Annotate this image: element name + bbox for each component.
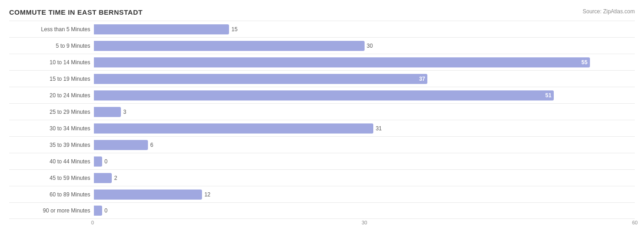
bar-track: 3 [94, 104, 635, 120]
bars-area: Less than 5 Minutes155 to 9 Minutes3010 … [9, 21, 635, 219]
bar-fill [94, 190, 202, 200]
bar-track: 37 [94, 71, 635, 87]
bar-label: Less than 5 Minutes [9, 26, 94, 33]
bar-value: 3 [123, 109, 126, 115]
bar-value: 12 [204, 191, 210, 198]
bar-value-inside: 37 [419, 76, 425, 82]
bar-fill [94, 24, 229, 34]
bar-track: 12 [94, 186, 635, 202]
bar-fill: 55 [94, 57, 590, 67]
bar-label: 35 to 39 Minutes [9, 142, 94, 148]
bar-label: 45 to 59 Minutes [9, 175, 94, 181]
x-axis-label: 0 [91, 220, 94, 225]
bar-value-inside: 55 [581, 59, 587, 66]
bar-fill: 51 [94, 90, 554, 100]
bar-row: 30 to 34 Minutes31 [9, 120, 635, 136]
chart-container: COMMUTE TIME IN EAST BERNSTADT Source: Z… [0, 0, 644, 240]
bar-track: 0 [94, 203, 635, 218]
bar-value: 0 [104, 207, 108, 214]
bar-track: 31 [94, 120, 635, 136]
bar-row: 25 to 29 Minutes3 [9, 103, 635, 120]
bar-track: 30 [94, 38, 635, 54]
bar-row: 5 to 9 Minutes30 [9, 37, 635, 54]
chart-source: Source: ZipAtlas.com [583, 8, 635, 15]
bar-fill [94, 41, 365, 51]
bar-label: 60 to 89 Minutes [9, 191, 94, 198]
chart-title: COMMUTE TIME IN EAST BERNSTADT [9, 8, 142, 16]
bar-row: 20 to 24 Minutes51 [9, 87, 635, 103]
bar-fill [94, 156, 102, 167]
bar-row: 10 to 14 Minutes55 [9, 54, 635, 70]
bar-label: 20 to 24 Minutes [9, 92, 94, 99]
bar-row: 90 or more Minutes0 [9, 202, 635, 219]
bar-value: 15 [231, 26, 237, 33]
bar-fill [94, 140, 148, 150]
bar-label: 90 or more Minutes [9, 207, 94, 214]
bar-row: 45 to 59 Minutes2 [9, 169, 635, 186]
bar-row: 35 to 39 Minutes6 [9, 136, 635, 153]
x-axis-label: 30 [362, 220, 367, 225]
bar-track: 0 [94, 153, 635, 169]
bar-track: 55 [94, 54, 635, 70]
bar-row: 60 to 89 Minutes12 [9, 186, 635, 202]
bar-fill: 37 [94, 74, 427, 84]
bar-label: 15 to 19 Minutes [9, 76, 94, 82]
bar-value: 2 [114, 175, 117, 181]
chart-header: COMMUTE TIME IN EAST BERNSTADT Source: Z… [9, 8, 635, 16]
x-axis: 03060 [94, 220, 635, 228]
bar-value: 0 [104, 158, 108, 165]
bar-label: 40 to 44 Minutes [9, 158, 94, 165]
bar-label: 25 to 29 Minutes [9, 109, 94, 115]
bar-row: Less than 5 Minutes15 [9, 21, 635, 37]
bar-row: 15 to 19 Minutes37 [9, 70, 635, 87]
bar-row: 40 to 44 Minutes0 [9, 153, 635, 169]
bar-fill [94, 107, 121, 117]
bar-track: 15 [94, 21, 635, 37]
bar-value: 6 [150, 142, 153, 148]
bar-fill [94, 123, 373, 134]
bar-fill [94, 206, 102, 216]
bar-track: 51 [94, 87, 635, 103]
bar-track: 6 [94, 137, 635, 153]
bar-track: 2 [94, 170, 635, 186]
bar-value: 30 [367, 43, 373, 49]
x-axis-label: 60 [632, 220, 638, 225]
bar-label: 5 to 9 Minutes [9, 43, 94, 49]
bar-value-inside: 51 [545, 92, 551, 99]
bar-label: 30 to 34 Minutes [9, 125, 94, 132]
bar-value: 31 [376, 125, 382, 132]
bar-fill [94, 173, 112, 183]
bar-label: 10 to 14 Minutes [9, 59, 94, 66]
